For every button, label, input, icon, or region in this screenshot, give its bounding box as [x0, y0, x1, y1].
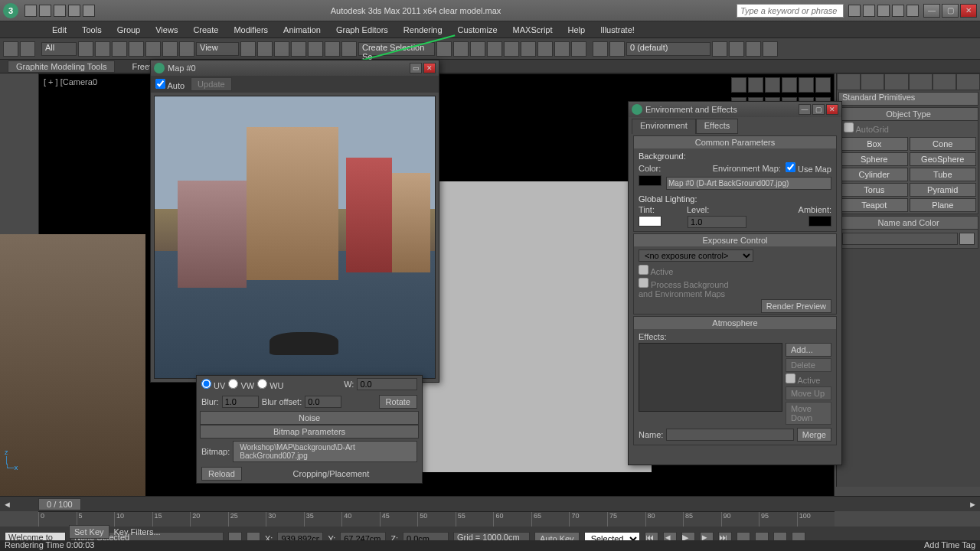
prim-cone-button[interactable]: Cone: [910, 137, 977, 151]
help-search-input[interactable]: [737, 4, 844, 18]
effect-name-input[interactable]: [666, 429, 793, 441]
prim-pyramid-button[interactable]: Pyramid: [910, 183, 977, 197]
unlink-icon[interactable]: [20, 41, 35, 57]
select-region-icon[interactable]: [129, 41, 144, 57]
prim-plane-button[interactable]: Plane: [910, 198, 977, 212]
minimize-button[interactable]: —: [923, 4, 940, 18]
wk1-icon[interactable]: [712, 41, 727, 57]
wk2-icon[interactable]: [729, 41, 744, 57]
level-input[interactable]: [688, 216, 746, 228]
effects-listbox[interactable]: [639, 343, 782, 412]
bitmap-path-button[interactable]: Workshop\MAP\background\D-Art BackGround…: [233, 441, 417, 462]
render-icon[interactable]: [571, 41, 586, 57]
timeline-right-arrow[interactable]: ►: [969, 500, 977, 509]
app-logo[interactable]: 3: [3, 3, 18, 18]
ambient-swatch[interactable]: [808, 216, 831, 227]
render-frame-icon[interactable]: [554, 41, 570, 57]
menu-customize[interactable]: Customize: [452, 24, 504, 36]
menu-maxscript[interactable]: MAXScript: [507, 24, 559, 36]
hierarchy-tab-icon[interactable]: [884, 73, 908, 90]
vp-light-icon[interactable]: [782, 77, 797, 93]
scale-icon[interactable]: [179, 41, 194, 57]
menu-create[interactable]: Create: [187, 24, 224, 36]
menu-views[interactable]: Views: [149, 24, 184, 36]
menu-graph editors[interactable]: Graph Editors: [330, 24, 394, 36]
menu-help[interactable]: Help: [562, 24, 592, 36]
reload-button[interactable]: Reload: [201, 467, 242, 481]
prim-sphere-button[interactable]: Sphere: [841, 152, 908, 166]
modify-tab-icon[interactable]: [861, 73, 884, 90]
timetag-button[interactable]: Add Time Tag: [924, 540, 975, 551]
maximize-button[interactable]: ▢: [942, 4, 959, 18]
blur-input[interactable]: [222, 396, 259, 408]
menu-group[interactable]: Group: [111, 24, 147, 36]
motion-tab-icon[interactable]: [909, 73, 933, 90]
atmosphere-header[interactable]: Atmosphere: [634, 317, 836, 329]
schematic-icon[interactable]: [504, 41, 519, 57]
environment-window[interactable]: Environment and Effects — ▢ ✕ Environmen…: [628, 101, 842, 465]
spinner-snap-icon[interactable]: [325, 41, 340, 57]
noise-rollout[interactable]: Noise: [200, 411, 419, 425]
prim-box-button[interactable]: Box: [841, 137, 908, 151]
env-close-button[interactable]: ✕: [826, 104, 838, 115]
align-icon[interactable]: [453, 41, 469, 57]
bitmap-rollout[interactable]: Bitmap Parameters: [200, 425, 419, 439]
vw-radio[interactable]: VW: [228, 379, 254, 390]
wk3-icon[interactable]: [746, 41, 761, 57]
env-maximize-button[interactable]: ▢: [812, 104, 825, 115]
qat-new-icon[interactable]: [24, 5, 37, 17]
wk4-icon[interactable]: [763, 41, 778, 57]
menu-edit[interactable]: Edit: [46, 24, 73, 36]
curve-editor-icon[interactable]: [487, 41, 502, 57]
objtype-header[interactable]: Object Type: [839, 108, 978, 121]
percent-snap-icon[interactable]: [308, 41, 323, 57]
menu-modifiers[interactable]: Modifiers: [227, 24, 274, 36]
vp-edge-icon[interactable]: [765, 77, 780, 93]
usemap-check[interactable]: Use Map: [786, 162, 831, 174]
menu-animation[interactable]: Animation: [277, 24, 327, 36]
keyfilters-link[interactable]: Key Filters...: [114, 527, 161, 536]
qat-save-icon[interactable]: [54, 5, 66, 17]
prim-cylinder-button[interactable]: Cylinder: [841, 168, 908, 181]
prim-tube-button[interactable]: Tube: [910, 168, 977, 181]
prim-torus-button[interactable]: Torus: [841, 183, 908, 197]
common-params-header[interactable]: Common Parameters: [634, 136, 836, 148]
exposure-combo[interactable]: <no exposure control>: [639, 249, 753, 262]
pivot-icon[interactable]: [240, 41, 256, 57]
tab-environment[interactable]: Environment: [632, 119, 696, 134]
menu-tools[interactable]: Tools: [76, 24, 108, 36]
render-setup-icon[interactable]: [537, 41, 553, 57]
angle-snap-icon[interactable]: [291, 41, 306, 57]
anim-icon[interactable]: [609, 41, 625, 57]
qat-undo-icon[interactable]: [68, 5, 80, 17]
layer-icon[interactable]: [470, 41, 485, 57]
vp-shade-icon[interactable]: [748, 77, 763, 93]
prim-geosphere-button[interactable]: GeoSphere: [910, 152, 977, 166]
move-icon[interactable]: [145, 41, 161, 57]
exposure-header[interactable]: Exposure Control: [634, 234, 836, 246]
link-icon[interactable]: [3, 41, 18, 57]
create-tab-icon[interactable]: [837, 73, 861, 90]
workspace-combo[interactable]: 0 (default): [626, 42, 710, 56]
refcoord-combo[interactable]: View: [196, 42, 239, 56]
menu-illustrate![interactable]: Illustrate!: [594, 24, 641, 36]
bg-color-swatch[interactable]: [639, 175, 662, 186]
viewcube-icon[interactable]: [731, 77, 746, 93]
utilities-tab-icon[interactable]: [956, 73, 980, 90]
qat-open-icon[interactable]: [39, 5, 51, 17]
display-tab-icon[interactable]: [933, 73, 956, 90]
timeline-left-arrow[interactable]: ◄: [3, 500, 11, 509]
vp-max-icon[interactable]: [815, 77, 831, 93]
tab-effects[interactable]: Effects: [696, 119, 738, 134]
bluroff-input[interactable]: [305, 396, 341, 408]
close-button[interactable]: ✕: [960, 4, 977, 18]
select-name-icon[interactable]: [112, 41, 127, 57]
vp-lock-icon[interactable]: [799, 77, 814, 93]
named-sel-icon[interactable]: [341, 41, 357, 57]
add-effect-button[interactable]: Add...: [786, 343, 831, 357]
prim-teapot-button[interactable]: Teapot: [841, 198, 908, 212]
select-icon[interactable]: [78, 41, 93, 57]
wrench-icon[interactable]: [863, 5, 875, 17]
bitmap-params-panel[interactable]: UV VW WU W: Blur: Blur offset: Rotate No…: [196, 375, 423, 484]
rotate-icon[interactable]: [162, 41, 178, 57]
